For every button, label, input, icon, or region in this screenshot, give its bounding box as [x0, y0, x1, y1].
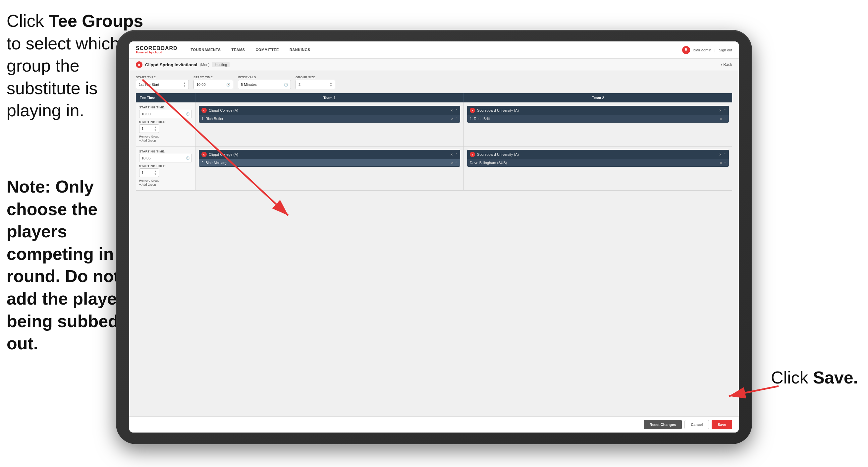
- starting-hole-label-1: STARTING HOLE:: [139, 120, 192, 124]
- starting-hole-label-2: STARTING HOLE:: [139, 165, 192, 168]
- group-2-team1-header: C Clippd College (A) ✕ ⌃: [199, 150, 460, 159]
- team2-col-header: Team 2: [464, 93, 732, 103]
- start-type-label: Start Type: [136, 76, 189, 79]
- sign-out-link[interactable]: Sign out: [719, 48, 732, 52]
- team1-arrow-icon-2[interactable]: ⌃: [455, 153, 458, 156]
- group-1-team1-name: Clippd College (A): [209, 108, 238, 112]
- tee-time-col-header: Tee Time: [136, 93, 195, 103]
- group-2-hole-input[interactable]: 1 ▲▼: [139, 168, 159, 177]
- start-config-row: Start Type 1st Tee Start ▲▼ Start Time 1…: [136, 76, 732, 89]
- team2-badge-1: S: [470, 108, 475, 113]
- add-group-2[interactable]: + Add Group: [139, 183, 192, 186]
- group-1-team1-cell: C Clippd College (A) ✕ ⌃ 1. Rich Butler: [195, 103, 464, 146]
- group-2-team1-name: Clippd College (A): [209, 152, 238, 156]
- cancel-button[interactable]: Cancel: [684, 420, 709, 429]
- player-close-icon[interactable]: ✕: [451, 117, 454, 121]
- player-close-icon[interactable]: ✕: [720, 161, 722, 165]
- intervals-field: Intervals 5 Minutes 🕐: [238, 76, 291, 89]
- player-actions: ✕ ⌃: [451, 161, 458, 165]
- player-row: 1. Rich Butler ✕ ⌃: [199, 115, 460, 122]
- main-content: Start Type 1st Tee Start ▲▼ Start Time 1…: [129, 71, 739, 414]
- intervals-label: Intervals: [238, 76, 291, 79]
- team1-badge-1: C: [202, 108, 207, 113]
- reset-changes-button[interactable]: Reset Changes: [644, 420, 682, 429]
- tee-groups-container: STARTING TIME: 10:00 🕐 STARTING HOLE: 1 …: [136, 103, 732, 191]
- player-row: Dave Billingham (SUB) ✕ ⌃: [467, 159, 729, 166]
- intervals-input[interactable]: 5 Minutes 🕐: [238, 80, 291, 89]
- group-2-time-input[interactable]: 10:05 🕐: [139, 154, 192, 163]
- player-arrow-icon[interactable]: ⌃: [455, 161, 458, 165]
- player-arrow-icon[interactable]: ⌃: [723, 161, 726, 165]
- hole-spinner-2[interactable]: ▲▼: [154, 170, 157, 176]
- group-size-label: Group Size: [296, 76, 335, 79]
- player-close-icon[interactable]: ✕: [451, 161, 454, 165]
- group-2-team2-header: S Scoreboard University (A) ✕ ⌃: [467, 150, 729, 159]
- group-1-team2-entry: S Scoreboard University (A) ✕ ⌃ 1. Rees …: [467, 106, 729, 123]
- group-1-hole-input[interactable]: 1 ▲▼: [139, 124, 159, 133]
- player-row: 1. Rees Britt ✕ ⌃: [467, 115, 729, 122]
- back-link[interactable]: ‹ Back: [721, 62, 732, 67]
- start-type-spinner[interactable]: ▲▼: [183, 82, 186, 88]
- remove-group-1[interactable]: Remove Group: [139, 135, 192, 138]
- team1-close-icon-1[interactable]: ✕: [450, 109, 453, 112]
- group-1-team2-name: Scoreboard University (A): [477, 108, 519, 112]
- starting-time-label-1: STARTING TIME:: [139, 106, 192, 109]
- team1-badge-2: C: [202, 152, 207, 157]
- team2-badge-2: S: [470, 152, 475, 157]
- group-1-team1-header-left: C Clippd College (A): [202, 108, 238, 113]
- player-actions: ✕ ⌃: [451, 117, 458, 121]
- tablet-screen: SCOREBOARD Powered by clippd TOURNAMENTS…: [129, 41, 739, 433]
- group-1-team2-cell: S Scoreboard University (A) ✕ ⌃ 1. Rees …: [464, 103, 732, 146]
- player-close-icon[interactable]: ✕: [720, 117, 722, 121]
- team2-close-icon-2[interactable]: ✕: [719, 153, 721, 156]
- app-header: SCOREBOARD Powered by clippd TOURNAMENTS…: [129, 41, 739, 59]
- group-2-team2-entry: S Scoreboard University (A) ✕ ⌃ Dave Bil…: [467, 150, 729, 167]
- group-1-team2-actions: ✕ ⌃: [719, 109, 726, 112]
- group-1-team2-header-left: S Scoreboard University (A): [470, 108, 519, 113]
- team2-close-icon-1[interactable]: ✕: [719, 109, 721, 112]
- group-2-team1-entry: C Clippd College (A) ✕ ⌃ 2. Blair McHarg: [199, 150, 460, 167]
- add-group-1[interactable]: + Add Group: [139, 139, 192, 142]
- tablet-shell: SCOREBOARD Powered by clippd TOURNAMENTS…: [116, 30, 752, 444]
- player-arrow-icon[interactable]: ⌃: [723, 117, 726, 121]
- tournament-gender: (Men): [200, 63, 209, 67]
- save-button[interactable]: Save: [712, 420, 732, 429]
- group-2-team2-cell: S Scoreboard University (A) ✕ ⌃ Dave Bil…: [464, 146, 732, 190]
- group-1-controls: STARTING TIME: 10:00 🕐 STARTING HOLE: 1 …: [136, 103, 195, 146]
- start-type-field: Start Type 1st Tee Start ▲▼: [136, 76, 189, 89]
- nav-teams[interactable]: TEAMS: [226, 41, 250, 59]
- remove-group-2[interactable]: Remove Group: [139, 179, 192, 182]
- team1-arrow-icon-1[interactable]: ⌃: [455, 109, 458, 112]
- group-1-time-input[interactable]: 10:00 🕐: [139, 110, 192, 118]
- group-2-team1-header-left: C Clippd College (A): [202, 152, 238, 157]
- hosting-badge: Hosting: [212, 62, 229, 67]
- sub-header: B Clippd Spring Invitational (Men) Hosti…: [129, 59, 739, 71]
- tournament-name: Clippd Spring Invitational: [145, 62, 197, 67]
- start-time-input[interactable]: 10:00 🕐: [193, 80, 233, 89]
- nav-committee[interactable]: COMMITTEE: [250, 41, 284, 59]
- team1-close-icon-2[interactable]: ✕: [450, 153, 453, 156]
- tee-group-row: STARTING TIME: 10:05 🕐 STARTING HOLE: 1 …: [136, 146, 732, 191]
- clock-icon: 🕐: [226, 83, 230, 87]
- group-2-team1-actions: ✕ ⌃: [450, 153, 458, 156]
- group-size-field: Group Size 2 ▲▼: [296, 76, 335, 89]
- tournament-badge: B: [136, 61, 143, 68]
- start-type-input[interactable]: 1st Tee Start ▲▼: [136, 80, 189, 89]
- nav-tournaments[interactable]: TOURNAMENTS: [186, 41, 226, 59]
- group-size-spinner[interactable]: ▲▼: [330, 82, 332, 88]
- admin-label: blair admin: [693, 48, 711, 52]
- intervals-clock-icon: 🕐: [284, 83, 288, 87]
- team2-arrow-icon-1[interactable]: ⌃: [723, 109, 726, 112]
- group-1-team1-entry: C Clippd College (A) ✕ ⌃ 1. Rich Butler: [199, 106, 460, 123]
- hole-spinner-1[interactable]: ▲▼: [154, 126, 157, 132]
- time-clock-icon-2: 🕐: [186, 156, 189, 160]
- logo-sub-text: Powered by clippd: [136, 51, 178, 54]
- nav-rankings[interactable]: RANKINGS: [284, 41, 316, 59]
- team2-arrow-icon-2[interactable]: ⌃: [723, 153, 726, 156]
- player-arrow-icon[interactable]: ⌃: [455, 117, 458, 121]
- group-1-team2-header: S Scoreboard University (A) ✕ ⌃: [467, 106, 729, 115]
- group-2-team2-actions: ✕ ⌃: [719, 153, 726, 156]
- group-2-controls: STARTING TIME: 10:05 🕐 STARTING HOLE: 1 …: [136, 146, 195, 190]
- group-2-team2-name: Scoreboard University (A): [477, 152, 519, 156]
- group-size-input[interactable]: 2 ▲▼: [296, 80, 335, 89]
